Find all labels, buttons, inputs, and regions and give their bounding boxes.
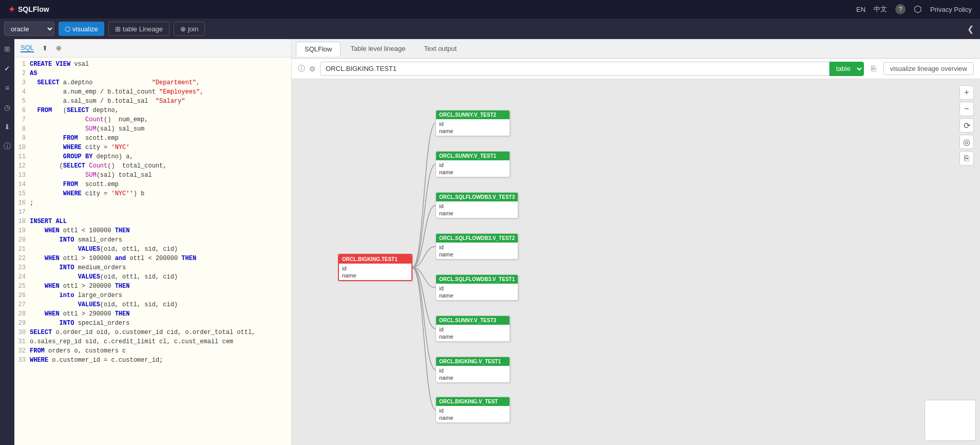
github-link[interactable]: ⬡ [914, 4, 922, 15]
code-line: 31o.sales_rep_id sid, c.credit_limit cl,… [14, 337, 291, 346]
node-n4-header: ORCL.SQLFLOWDB3.V_TEST2 [436, 234, 518, 243]
table-name-input[interactable] [320, 62, 830, 76]
code-line: 32FROM orders o, customers c [14, 346, 291, 356]
code-line: 12 (SELECT Count() total_count, [14, 161, 291, 171]
code-line: 9 FROM scott.emp [14, 134, 291, 143]
code-line: 23 INTO medium_orders [14, 263, 291, 272]
central-node-body: id name [339, 264, 411, 280]
tabs-bar: SQLFlow Table level lineage Text output [292, 39, 980, 59]
lang-en[interactable]: EN [856, 6, 865, 13]
table-node-n3[interactable]: ORCL.SQLFLOWDB3.V_TEST3 id name [436, 192, 518, 218]
node-n8-header: ORCL.BIGKING.V_TEST [436, 397, 510, 406]
zoom-target-button[interactable]: ◎ [959, 135, 974, 149]
topbar: ✦ SQLFlow EN 中文 ? ⬡ Privacy Policy [0, 0, 980, 18]
zoom-reset-button[interactable]: ⟳ [959, 118, 974, 133]
join-icon: ⊕ [180, 25, 186, 33]
copy-button[interactable]: ⎘ [868, 63, 879, 75]
code-line: 13 SUM(sal) total_sal [14, 171, 291, 180]
table-node-n6[interactable]: ORCL.SUNNY.V_TEST3 id name [436, 316, 510, 342]
code-line: 24 VALUES(oid, ottl, sid, cid) [14, 272, 291, 282]
right-panel: SQLFlow Table level lineage Text output … [292, 39, 980, 445]
diagram-info-button[interactable]: ⓘ [298, 64, 305, 73]
visualize-button[interactable]: ⬡ visualize [59, 22, 104, 36]
diagram-area[interactable]: ORCL.BIGKING.TEST1 id name ORCL.SUNNY.V_… [292, 79, 980, 445]
code-toolbar: SQL ⬆ ⊕ [14, 39, 291, 58]
zoom-copy-button[interactable]: ⎘ [959, 151, 974, 165]
node-n5-body: id name [436, 284, 518, 300]
code-line: 33WHERE o.customer_id = c.customer_id; [14, 356, 291, 365]
main-content: ⊞ ✓ ≡ ◷ ⬇ ⓘ SQL ⬆ ⊕ 1CREATE VIEW vsal2AS… [0, 39, 980, 445]
code-line: 20 INTO small_orders [14, 235, 291, 245]
sidebar-icon-layers[interactable]: ≡ [2, 82, 13, 94]
code-line: 21 VALUES(oid, ottl, sid, cid) [14, 245, 291, 254]
visualize-icon: ⬡ [65, 25, 70, 33]
help-link[interactable]: ? [895, 4, 906, 14]
zoom-plus-button[interactable]: + [959, 85, 974, 100]
table-type-select[interactable]: table view [830, 62, 864, 76]
code-line: 15 WHERE city = 'NYC'') b [14, 189, 291, 198]
toolbar: oracle mysql postgresql bigquery ⬡ visua… [0, 18, 980, 39]
upload-icon: ⬆ [42, 44, 48, 52]
sidebar-icon-home[interactable]: ⊞ [2, 43, 13, 54]
node-n3-header: ORCL.SQLFLOWDB3.V_TEST3 [436, 193, 518, 201]
code-line: 14 FROM scott.emp [14, 180, 291, 189]
table-lineage-button[interactable]: ⊞ table Lineage [108, 22, 169, 36]
code-line: 10 WHERE city = 'NYC' [14, 143, 291, 152]
code-line: 17 [14, 208, 291, 217]
table-node-n1[interactable]: ORCL.SUNNY.V_TEST2 id name [436, 110, 510, 136]
zoom-minus-button[interactable]: − [959, 102, 974, 116]
table-node-n5[interactable]: ORCL.SQLFLOWDB3.V_TEST1 id name [436, 274, 518, 301]
code-panel: SQL ⬆ ⊕ 1CREATE VIEW vsal2AS3 SELECT a.d… [14, 39, 292, 445]
privacy-policy-link[interactable]: Privacy Policy [930, 6, 972, 13]
central-field-name: name [339, 272, 411, 279]
sql-tab-button[interactable]: SQL [21, 44, 34, 52]
central-table-node[interactable]: ORCL.BIGKING.TEST1 id name [338, 254, 412, 281]
sidebar-icon-clock[interactable]: ◷ [2, 102, 13, 113]
table-input-wrapper: table view [320, 62, 864, 76]
sidebar-icons: ⊞ ✓ ≡ ◷ ⬇ ⓘ [0, 39, 14, 445]
join-button[interactable]: ⊕ join [174, 22, 205, 36]
table-node-n8[interactable]: ORCL.BIGKING.V_TEST id name [436, 397, 510, 423]
node-n2-body: id name [436, 160, 510, 177]
minimap [925, 400, 976, 441]
central-field-id: id [339, 265, 411, 272]
sidebar-icon-download[interactable]: ⬇ [2, 121, 13, 133]
code-line: 28 WHEN ottl > 290000 THEN [14, 309, 291, 319]
upload-button[interactable]: ⬆ [42, 44, 48, 52]
topbar-right: EN 中文 ? ⬡ Privacy Policy [856, 4, 972, 15]
logo-text: SQLFlow [18, 5, 49, 13]
central-node-header: ORCL.BIGKING.TEST1 [339, 255, 411, 264]
sidebar-icon-info[interactable]: ⓘ [2, 141, 13, 152]
code-line: 27 VALUES(oid, ottl, sid, cid) [14, 300, 291, 309]
node-n4-body: id name [436, 243, 518, 259]
collapse-button[interactable]: ❮ [965, 22, 976, 36]
node-n1-header: ORCL.SUNNY.V_TEST2 [436, 110, 510, 119]
tab-text-output[interactable]: Text output [415, 41, 465, 56]
lang-zh[interactable]: 中文 [874, 5, 887, 14]
code-editor[interactable]: 1CREATE VIEW vsal2AS3 SELECT a.deptno "D… [14, 58, 291, 445]
tab-table-level-lineage[interactable]: Table level lineage [342, 41, 414, 56]
code-line: 26 into large_orders [14, 291, 291, 300]
visualize-overview-button[interactable]: visualize lineage overview [883, 62, 974, 75]
table-node-n2[interactable]: ORCL.SUNNY.V_TEST1 id name [436, 151, 510, 177]
table-node-n7[interactable]: ORCL.BIGKING.V_TEST1 id name [436, 357, 510, 383]
node-n7-header: ORCL.BIGKING.V_TEST1 [436, 357, 510, 366]
node-n2-header: ORCL.SUNNY.V_TEST1 [436, 152, 510, 160]
diagram-settings-button[interactable]: ⚙ [309, 65, 316, 73]
code-line: 1CREATE VIEW vsal [14, 60, 291, 69]
sidebar-icon-check[interactable]: ✓ [2, 63, 13, 74]
code-line: 29 INTO special_orders [14, 319, 291, 328]
code-line: 8 SUM(sal) sal_sum [14, 124, 291, 134]
code-line: 5 a.sal_sum / b.total_sal "Salary" [14, 97, 291, 106]
tab-sqlflow[interactable]: SQLFlow [296, 42, 341, 57]
node-n5-header: ORCL.SQLFLOWDB3.V_TEST1 [436, 275, 518, 284]
tree-button[interactable]: ⊕ [56, 44, 62, 52]
code-line: 4 a.num_emp / b.total_count "Employees", [14, 87, 291, 97]
table-node-n4[interactable]: ORCL.SQLFLOWDB3.V_TEST2 id name [436, 233, 518, 259]
code-line: 16; [14, 198, 291, 208]
code-line: 25 WHEN ottl > 200000 THEN [14, 282, 291, 291]
node-n6-body: id name [436, 325, 510, 341]
node-n7-body: id name [436, 366, 510, 382]
database-select[interactable]: oracle mysql postgresql bigquery [4, 22, 54, 36]
code-line: 30SELECT o.order_id oid, o.customer_id c… [14, 328, 291, 337]
